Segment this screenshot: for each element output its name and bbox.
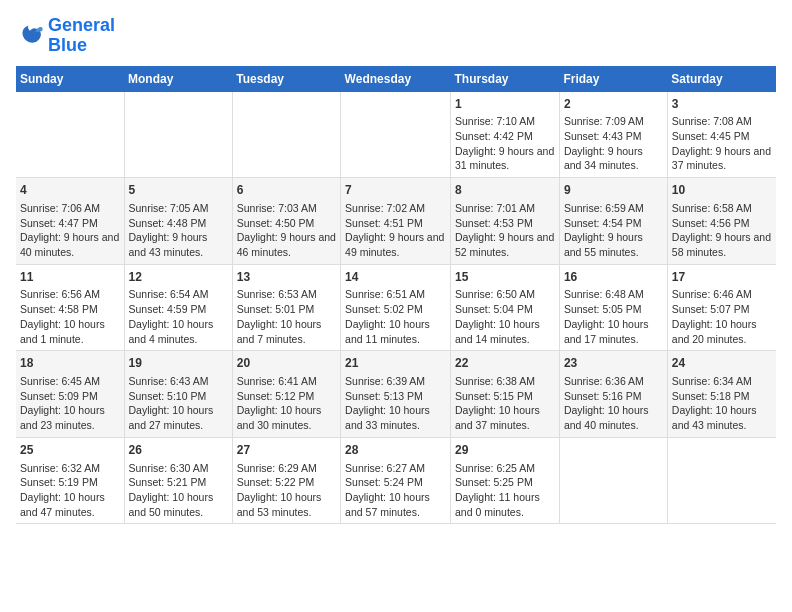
day-details: Sunrise: 6:53 AM Sunset: 5:01 PM Dayligh… — [237, 287, 336, 346]
day-details: Sunrise: 6:32 AM Sunset: 5:19 PM Dayligh… — [20, 461, 120, 520]
page-header: General Blue — [16, 16, 776, 56]
day-number: 7 — [345, 182, 446, 199]
logo-bird-icon — [16, 22, 44, 50]
day-number: 9 — [564, 182, 663, 199]
day-details: Sunrise: 7:06 AM Sunset: 4:47 PM Dayligh… — [20, 201, 120, 260]
calendar-cell: 18Sunrise: 6:45 AM Sunset: 5:09 PM Dayli… — [16, 351, 124, 438]
weekday-header-sunday: Sunday — [16, 66, 124, 92]
calendar-header: SundayMondayTuesdayWednesdayThursdayFrid… — [16, 66, 776, 92]
weekday-header-tuesday: Tuesday — [232, 66, 340, 92]
day-number: 27 — [237, 442, 336, 459]
calendar-cell: 14Sunrise: 6:51 AM Sunset: 5:02 PM Dayli… — [341, 264, 451, 351]
day-details: Sunrise: 6:48 AM Sunset: 5:05 PM Dayligh… — [564, 287, 663, 346]
day-details: Sunrise: 6:41 AM Sunset: 5:12 PM Dayligh… — [237, 374, 336, 433]
day-number: 24 — [672, 355, 772, 372]
logo-text: General Blue — [48, 16, 115, 56]
calendar-cell: 27Sunrise: 6:29 AM Sunset: 5:22 PM Dayli… — [232, 437, 340, 524]
day-number: 18 — [20, 355, 120, 372]
day-details: Sunrise: 6:45 AM Sunset: 5:09 PM Dayligh… — [20, 374, 120, 433]
calendar-cell: 24Sunrise: 6:34 AM Sunset: 5:18 PM Dayli… — [667, 351, 776, 438]
day-number: 6 — [237, 182, 336, 199]
calendar-cell: 13Sunrise: 6:53 AM Sunset: 5:01 PM Dayli… — [232, 264, 340, 351]
day-details: Sunrise: 6:27 AM Sunset: 5:24 PM Dayligh… — [345, 461, 446, 520]
day-number: 26 — [129, 442, 228, 459]
calendar-cell: 11Sunrise: 6:56 AM Sunset: 4:58 PM Dayli… — [16, 264, 124, 351]
day-details: Sunrise: 6:39 AM Sunset: 5:13 PM Dayligh… — [345, 374, 446, 433]
calendar-cell — [124, 92, 232, 178]
day-details: Sunrise: 6:56 AM Sunset: 4:58 PM Dayligh… — [20, 287, 120, 346]
calendar-week-2: 4Sunrise: 7:06 AM Sunset: 4:47 PM Daylig… — [16, 178, 776, 265]
day-details: Sunrise: 6:46 AM Sunset: 5:07 PM Dayligh… — [672, 287, 772, 346]
calendar-cell: 26Sunrise: 6:30 AM Sunset: 5:21 PM Dayli… — [124, 437, 232, 524]
day-number: 16 — [564, 269, 663, 286]
calendar-cell: 8Sunrise: 7:01 AM Sunset: 4:53 PM Daylig… — [451, 178, 560, 265]
day-number: 13 — [237, 269, 336, 286]
calendar-cell: 17Sunrise: 6:46 AM Sunset: 5:07 PM Dayli… — [667, 264, 776, 351]
calendar-cell: 10Sunrise: 6:58 AM Sunset: 4:56 PM Dayli… — [667, 178, 776, 265]
day-details: Sunrise: 6:36 AM Sunset: 5:16 PM Dayligh… — [564, 374, 663, 433]
calendar-cell: 28Sunrise: 6:27 AM Sunset: 5:24 PM Dayli… — [341, 437, 451, 524]
calendar-cell: 16Sunrise: 6:48 AM Sunset: 5:05 PM Dayli… — [559, 264, 667, 351]
day-number: 4 — [20, 182, 120, 199]
day-details: Sunrise: 6:29 AM Sunset: 5:22 PM Dayligh… — [237, 461, 336, 520]
day-details: Sunrise: 7:10 AM Sunset: 4:42 PM Dayligh… — [455, 114, 555, 173]
calendar-cell: 9Sunrise: 6:59 AM Sunset: 4:54 PM Daylig… — [559, 178, 667, 265]
day-details: Sunrise: 7:09 AM Sunset: 4:43 PM Dayligh… — [564, 114, 663, 173]
logo: General Blue — [16, 16, 115, 56]
day-number: 5 — [129, 182, 228, 199]
day-number: 17 — [672, 269, 772, 286]
day-number: 2 — [564, 96, 663, 113]
calendar-cell: 5Sunrise: 7:05 AM Sunset: 4:48 PM Daylig… — [124, 178, 232, 265]
day-number: 21 — [345, 355, 446, 372]
day-details: Sunrise: 6:30 AM Sunset: 5:21 PM Dayligh… — [129, 461, 228, 520]
day-details: Sunrise: 6:38 AM Sunset: 5:15 PM Dayligh… — [455, 374, 555, 433]
calendar-cell: 25Sunrise: 6:32 AM Sunset: 5:19 PM Dayli… — [16, 437, 124, 524]
day-details: Sunrise: 7:03 AM Sunset: 4:50 PM Dayligh… — [237, 201, 336, 260]
day-number: 11 — [20, 269, 120, 286]
day-details: Sunrise: 7:02 AM Sunset: 4:51 PM Dayligh… — [345, 201, 446, 260]
day-number: 23 — [564, 355, 663, 372]
day-number: 28 — [345, 442, 446, 459]
day-details: Sunrise: 7:08 AM Sunset: 4:45 PM Dayligh… — [672, 114, 772, 173]
calendar-week-3: 11Sunrise: 6:56 AM Sunset: 4:58 PM Dayli… — [16, 264, 776, 351]
weekday-header-saturday: Saturday — [667, 66, 776, 92]
calendar-cell: 21Sunrise: 6:39 AM Sunset: 5:13 PM Dayli… — [341, 351, 451, 438]
day-details: Sunrise: 7:01 AM Sunset: 4:53 PM Dayligh… — [455, 201, 555, 260]
calendar-cell: 29Sunrise: 6:25 AM Sunset: 5:25 PM Dayli… — [451, 437, 560, 524]
day-number: 8 — [455, 182, 555, 199]
day-details: Sunrise: 6:51 AM Sunset: 5:02 PM Dayligh… — [345, 287, 446, 346]
day-details: Sunrise: 6:25 AM Sunset: 5:25 PM Dayligh… — [455, 461, 555, 520]
day-number: 20 — [237, 355, 336, 372]
calendar-cell: 22Sunrise: 6:38 AM Sunset: 5:15 PM Dayli… — [451, 351, 560, 438]
calendar-week-1: 1Sunrise: 7:10 AM Sunset: 4:42 PM Daylig… — [16, 92, 776, 178]
day-number: 1 — [455, 96, 555, 113]
weekday-header-friday: Friday — [559, 66, 667, 92]
day-number: 12 — [129, 269, 228, 286]
day-number: 19 — [129, 355, 228, 372]
day-details: Sunrise: 6:58 AM Sunset: 4:56 PM Dayligh… — [672, 201, 772, 260]
weekday-header-wednesday: Wednesday — [341, 66, 451, 92]
calendar-cell: 2Sunrise: 7:09 AM Sunset: 4:43 PM Daylig… — [559, 92, 667, 178]
calendar-cell: 6Sunrise: 7:03 AM Sunset: 4:50 PM Daylig… — [232, 178, 340, 265]
calendar-cell: 23Sunrise: 6:36 AM Sunset: 5:16 PM Dayli… — [559, 351, 667, 438]
calendar-cell — [232, 92, 340, 178]
day-details: Sunrise: 6:54 AM Sunset: 4:59 PM Dayligh… — [129, 287, 228, 346]
calendar-cell — [667, 437, 776, 524]
day-details: Sunrise: 6:59 AM Sunset: 4:54 PM Dayligh… — [564, 201, 663, 260]
day-number: 3 — [672, 96, 772, 113]
calendar-week-4: 18Sunrise: 6:45 AM Sunset: 5:09 PM Dayli… — [16, 351, 776, 438]
day-number: 29 — [455, 442, 555, 459]
day-number: 22 — [455, 355, 555, 372]
day-details: Sunrise: 7:05 AM Sunset: 4:48 PM Dayligh… — [129, 201, 228, 260]
calendar-cell: 19Sunrise: 6:43 AM Sunset: 5:10 PM Dayli… — [124, 351, 232, 438]
calendar-cell: 4Sunrise: 7:06 AM Sunset: 4:47 PM Daylig… — [16, 178, 124, 265]
day-details: Sunrise: 6:34 AM Sunset: 5:18 PM Dayligh… — [672, 374, 772, 433]
calendar-cell — [559, 437, 667, 524]
day-details: Sunrise: 6:50 AM Sunset: 5:04 PM Dayligh… — [455, 287, 555, 346]
calendar-week-5: 25Sunrise: 6:32 AM Sunset: 5:19 PM Dayli… — [16, 437, 776, 524]
calendar-cell — [341, 92, 451, 178]
calendar-cell: 3Sunrise: 7:08 AM Sunset: 4:45 PM Daylig… — [667, 92, 776, 178]
calendar-cell: 7Sunrise: 7:02 AM Sunset: 4:51 PM Daylig… — [341, 178, 451, 265]
weekday-header-thursday: Thursday — [451, 66, 560, 92]
calendar-cell: 12Sunrise: 6:54 AM Sunset: 4:59 PM Dayli… — [124, 264, 232, 351]
